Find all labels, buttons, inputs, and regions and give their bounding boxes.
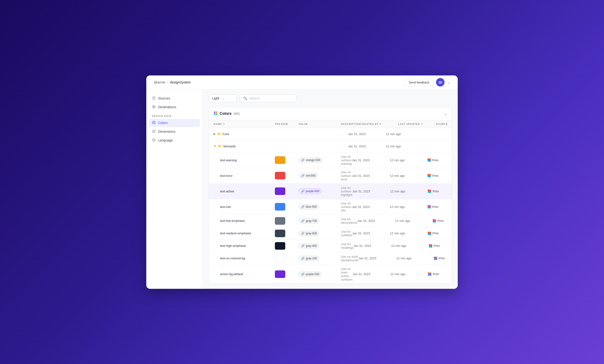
row-last-updated: 12 min ago <box>386 132 424 136</box>
svg-rect-12 <box>216 113 217 115</box>
svg-rect-45 <box>429 246 431 248</box>
breadcrumb-separator: / <box>167 80 168 84</box>
sidebar: Sources Destinations DESIGN DATA <box>146 90 203 289</box>
color-preview <box>275 242 285 250</box>
value-chip[interactable]: 🔗 gray-800 <box>299 231 319 236</box>
source-name: Prim <box>432 158 439 162</box>
source-name: Prim <box>434 244 440 248</box>
chevron-down-icon[interactable]: ⌄ <box>447 80 450 84</box>
svg-rect-50 <box>434 258 436 260</box>
value-chip[interactable]: 🔗 orange-500 <box>299 157 323 163</box>
color-value: gray-800 <box>306 232 317 235</box>
language-icon <box>152 138 156 143</box>
value-chip[interactable]: 🔗 red-500 <box>299 173 318 179</box>
table-row[interactable]: text-warning 🔗 orange-500 Use on surface… <box>209 153 452 168</box>
row-created-at: Jan 31, 2023 <box>348 132 386 136</box>
destinations-icon <box>152 105 156 109</box>
colors-icon <box>152 121 156 125</box>
figma-icon <box>433 219 436 223</box>
value-chip[interactable]: 🔗 blue-500 <box>299 204 319 210</box>
color-value: orange-500 <box>306 158 320 162</box>
item-name: text-info <box>214 205 275 209</box>
item-name: text-low-emphasis <box>214 219 275 223</box>
expand-icon[interactable]: ▶ <box>214 132 216 135</box>
svg-rect-25 <box>428 191 429 193</box>
svg-point-27 <box>429 191 431 192</box>
col-header-description: DESCRIPTION <box>341 122 360 125</box>
svg-point-22 <box>429 175 431 177</box>
dimensions-icon <box>152 129 156 134</box>
dimensions-label: Dimensions <box>158 130 175 133</box>
svg-point-4 <box>153 122 154 123</box>
created-sort-icon[interactable]: ⇅ <box>379 122 381 125</box>
col-header-value: VALUE <box>299 122 341 125</box>
search-input[interactable] <box>249 97 293 100</box>
name-sort-icon[interactable]: ⇅ <box>223 122 225 125</box>
table-row[interactable]: ▼ 📁 Semantic - Jan 31, 2023 12 min ago <box>209 140 452 153</box>
value-chip[interactable]: 🔗 purple-500 <box>299 271 322 277</box>
table-row[interactable]: text-medium-emphasis 🔗 gray-800 Use for … <box>209 227 452 240</box>
item-name: text-high-emphasis <box>214 244 275 248</box>
updated-sort-icon[interactable]: ⇅ <box>421 122 423 125</box>
figma-icon <box>428 205 431 208</box>
color-preview <box>275 255 285 262</box>
source-badge: Prim <box>428 205 451 209</box>
link-icon: 🔗 <box>301 244 305 248</box>
send-feedback-button[interactable]: Send feedback <box>405 79 433 86</box>
value-chip[interactable]: 🔗 gray-900 <box>299 243 319 249</box>
table-row[interactable]: ▶ 📁 Core - Jan 31, 2023 12 min ago <box>209 128 452 140</box>
svg-rect-15 <box>428 160 429 162</box>
sidebar-item-sources[interactable]: Sources <box>149 94 200 103</box>
row-description: Use on surface-warning <box>341 155 352 166</box>
table-row[interactable]: text-low-emphasis 🔗 gray-700 Use for des… <box>209 215 452 227</box>
sidebar-item-colors[interactable]: Colors <box>149 119 200 127</box>
search-icon: 🔍 <box>243 97 247 100</box>
sidebar-item-destinations[interactable]: Destinations <box>149 103 200 111</box>
value-chip[interactable]: 🔗 gray-700 <box>299 218 319 224</box>
row-created-at: Jan 31, 2023 <box>358 256 396 260</box>
header-right: Send feedback JD ⌄ <box>405 78 450 86</box>
item-name: text-error <box>214 174 275 178</box>
sources-label: Sources <box>158 97 170 100</box>
col-header-last-updated: LAST UPDATED ⇅ <box>398 122 436 125</box>
theme-chevron-icon: ⌄ <box>222 97 224 100</box>
table-row[interactable]: text-info 🔗 blue-500 Use on surface-info… <box>209 199 452 215</box>
collapse-button[interactable]: ⌄ <box>444 111 447 116</box>
table-row[interactable]: text-active 🔗 purple-500 Use on surface-… <box>209 184 452 199</box>
colors-label: Colors <box>158 121 167 125</box>
source-name: Prim <box>432 190 439 193</box>
source-badge: Prim <box>428 158 451 162</box>
link-icon: 🔗 <box>301 190 305 193</box>
sidebar-item-language[interactable]: Language <box>149 136 200 145</box>
svg-point-1 <box>152 105 155 108</box>
svg-point-57 <box>430 273 431 275</box>
svg-point-32 <box>429 206 431 208</box>
theme-dropdown[interactable]: Light ⌄ <box>209 94 237 102</box>
sources-icon <box>152 96 156 101</box>
avatar: JD <box>436 78 444 86</box>
row-last-updated: 12 min ago <box>390 158 428 162</box>
row-description: Use on surface-error <box>341 170 352 181</box>
table-row[interactable]: text-error 🔗 red-500 Use on surface-erro… <box>209 168 452 184</box>
link-icon: 🔗 <box>301 257 305 260</box>
value-chip[interactable]: 🔗 gray-100 <box>299 255 319 261</box>
sidebar-item-dimensions[interactable]: Dimensions <box>149 128 200 136</box>
destinations-label: Destinations <box>158 105 176 109</box>
collapse-icon[interactable]: ▼ <box>214 145 216 148</box>
value-chip[interactable]: 🔗 purple-500 <box>299 188 322 194</box>
item-name: text-active <box>214 190 275 193</box>
link-icon: 🔗 <box>301 205 305 208</box>
app-window: @acme / designSystem Send feedback JD ⌄ … <box>146 75 458 289</box>
col-header-name: NAME ⇅ <box>214 122 275 125</box>
table-row[interactable]: text-high-emphasis 🔗 gray-900 Use for he… <box>209 240 452 252</box>
svg-rect-53 <box>428 273 430 274</box>
svg-rect-11 <box>214 113 215 115</box>
figma-icon <box>428 158 431 162</box>
color-preview <box>275 203 285 210</box>
row-last-updated: 12 min ago <box>390 205 428 209</box>
header: @acme / designSystem Send feedback JD ⌄ <box>146 75 458 90</box>
table-row[interactable]: action-bg-default 🔗 purple-500 Use on ma… <box>209 265 452 284</box>
table-row[interactable]: text-on-colored-bg 🔗 gray-100 Use on sol… <box>209 252 452 265</box>
body: Sources Destinations DESIGN DATA <box>146 90 458 289</box>
figma-icon <box>434 257 437 260</box>
